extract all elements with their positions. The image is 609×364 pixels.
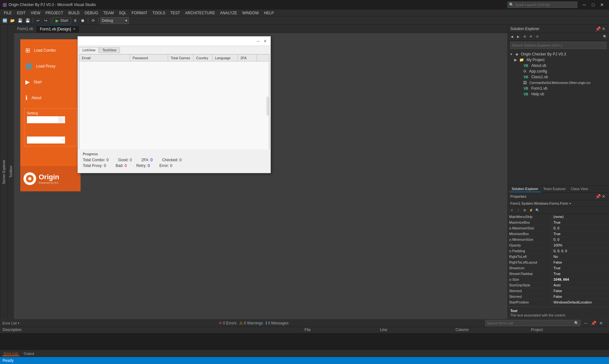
- pause-btn[interactable]: ⏸: [72, 17, 79, 24]
- menu-edit[interactable]: EDIT: [14, 10, 28, 16]
- sol-tool-refresh[interactable]: ⟳: [534, 34, 540, 40]
- setting-value-input[interactable]: 50: [27, 118, 59, 122]
- close-button[interactable]: ✕: [598, 2, 606, 8]
- tree-item-class1vb[interactable]: VB Class1.vb: [515, 74, 609, 80]
- menu-test[interactable]: TEST: [168, 10, 183, 16]
- menu-format[interactable]: FORMAT: [129, 10, 150, 16]
- prop-row-skinned2[interactable]: Skinned False: [508, 294, 609, 299]
- debug-config-dropdown[interactable]: Debug ▾: [100, 17, 129, 24]
- tab-listview[interactable]: ListView: [79, 47, 99, 53]
- menu-build[interactable]: BUILD: [66, 10, 82, 16]
- prop-row-showintaskbar[interactable]: ShowInTaskbar True: [508, 271, 609, 277]
- tab-close-icon[interactable]: ✕: [73, 27, 75, 31]
- menu-view[interactable]: VIEW: [28, 10, 43, 16]
- panel-pin-btn[interactable]: 📌: [591, 320, 596, 326]
- prop-categorized-btn[interactable]: ≡: [509, 208, 515, 213]
- menu-tools[interactable]: TOOLS: [150, 10, 168, 16]
- tree-item-ico[interactable]: 🖼 Corrmanthe3rd-Metronome-Other-origin.i…: [515, 80, 609, 86]
- prop-row-maximumsize[interactable]: ⊞MaximumSize 0, 0: [508, 225, 609, 231]
- tab-class-view[interactable]: Class View: [568, 186, 591, 192]
- prop-object-dropdown-icon[interactable]: ▾: [569, 202, 571, 205]
- prop-row-righttoleft[interactable]: RightToLeft No: [508, 254, 609, 259]
- sol-tool-show-all[interactable]: 👁: [528, 34, 534, 40]
- error-search-input[interactable]: [487, 321, 574, 325]
- footer-tab-output[interactable]: Output: [23, 352, 36, 356]
- tree-root[interactable]: ▾ ◈ Origin Checker By PJ V0.3: [508, 51, 609, 57]
- sidebar-item-about[interactable]: ℹ About: [20, 90, 81, 106]
- server-explorer-label[interactable]: Server Explorer: [2, 157, 6, 186]
- prop-row-opacity[interactable]: Opacity 100%: [508, 242, 609, 248]
- quick-launch-search[interactable]: 🔍: [508, 2, 577, 8]
- prop-row-mainmenustrip[interactable]: MainMenuStrip (none): [508, 214, 609, 220]
- solution-search-box[interactable]: [510, 42, 606, 49]
- open-btn[interactable]: 📂: [9, 17, 16, 24]
- setting-combo[interactable]: ▾: [27, 137, 65, 144]
- prop-alphabetical-btn[interactable]: ↕: [515, 208, 521, 213]
- solution-search-input[interactable]: [511, 43, 606, 47]
- form-minimize-button[interactable]: ─: [255, 38, 262, 45]
- panel-close-btn[interactable]: ✕: [598, 320, 604, 326]
- tree-item-form1vb[interactable]: VB Form1.vb: [515, 86, 609, 91]
- prop-row-righttoleftlayout[interactable]: RightToLeftLayout False: [508, 259, 609, 265]
- message-count[interactable]: ℹ 0 Messages: [265, 321, 289, 325]
- scrollbar[interactable]: [266, 97, 269, 116]
- prop-row-size[interactable]: ⊞Size 1049, 664: [508, 277, 609, 282]
- menu-help[interactable]: HELP: [261, 10, 276, 16]
- tab-form1vb-design[interactable]: Form1.vb [Design] ✕: [37, 25, 79, 33]
- sidebar-item-load-combo[interactable]: ⊞ Load Combo: [20, 42, 81, 58]
- property-object-selector[interactable]: Form1 System.Windows.Forms.Form ▾: [508, 200, 609, 207]
- tab-form1vb[interactable]: Form1.vb: [14, 25, 37, 33]
- tab-team-explorer[interactable]: Team Explorer: [541, 186, 568, 192]
- prop-row-skinned1[interactable]: Skinned False: [508, 288, 609, 294]
- menu-sql[interactable]: SQL: [116, 10, 129, 16]
- sidebar-item-start[interactable]: ▶ Start: [20, 74, 81, 90]
- prop-row-padding[interactable]: ⊞Padding 0, 0, 0, 0: [508, 248, 609, 254]
- prop-row-showicon[interactable]: ShowIcon True: [508, 265, 609, 271]
- tab-textview[interactable]: TextView: [99, 47, 120, 53]
- toolbox-label[interactable]: Toolbox: [9, 163, 13, 181]
- menu-analyze[interactable]: ANALYZE: [218, 10, 240, 16]
- toolbox-panel[interactable]: Toolbox: [7, 25, 14, 319]
- menu-architecture[interactable]: ARCHITECTURE: [183, 10, 218, 16]
- redo-btn[interactable]: ↪: [42, 17, 49, 24]
- tree-item-appconfig[interactable]: ⚙ App.config: [515, 68, 609, 74]
- warning-count[interactable]: ⚠ 0 Warnings: [239, 321, 263, 325]
- quick-launch-input[interactable]: [515, 3, 572, 7]
- footer-tab-error-list[interactable]: Error List: [3, 352, 19, 356]
- tree-item-helpvb[interactable]: VB Help.vb: [515, 91, 609, 97]
- undo-btn[interactable]: ↩: [35, 17, 42, 24]
- tree-item-aboutvb[interactable]: VB About.vb: [515, 63, 609, 68]
- error-list-dropdown-btn[interactable]: Error List ▾: [3, 321, 19, 325]
- new-project-btn[interactable]: 🆕: [1, 17, 8, 24]
- save-btn[interactable]: 💾: [16, 17, 23, 24]
- sidebar-item-load-proxy[interactable]: 🌐 Load Proxy: [20, 58, 81, 74]
- tree-item-myproject[interactable]: ▶ 📁 My Project: [512, 57, 609, 63]
- maximize-button[interactable]: □: [589, 2, 598, 8]
- sol-close-btn[interactable]: ✕: [601, 26, 606, 32]
- menu-team[interactable]: TEAM: [101, 10, 116, 16]
- sol-pin-btn[interactable]: 📌: [595, 26, 601, 32]
- sol-tool-back[interactable]: ◀: [509, 34, 515, 40]
- prop-row-minimumsize[interactable]: ⊞MinimumSize 0, 0: [508, 237, 609, 242]
- panel-collapse-btn[interactable]: ─: [583, 320, 589, 326]
- prop-row-maximizebox[interactable]: MaximizeBox True: [508, 220, 609, 225]
- stop-btn[interactable]: ⏹: [79, 17, 86, 24]
- prop-events-btn[interactable]: ⚡: [528, 208, 534, 213]
- save-all-btn[interactable]: 💾: [24, 17, 31, 24]
- prop-row-startposition[interactable]: StartPosition WindowsDefaultLocation: [508, 299, 609, 305]
- sol-tool-forward[interactable]: ▶: [515, 34, 521, 40]
- prop-pin-btn[interactable]: 📌: [595, 194, 601, 199]
- server-explorer-panel[interactable]: Server Explorer: [0, 25, 7, 319]
- step-over-btn[interactable]: ⟳: [90, 17, 97, 24]
- menu-project[interactable]: PROJECT: [43, 10, 66, 16]
- spinner-up-down-btn[interactable]: ▲ ▼: [59, 116, 64, 123]
- menu-file[interactable]: FILE: [1, 10, 14, 16]
- minimize-button[interactable]: ─: [580, 2, 589, 8]
- menu-debug[interactable]: DEBUG: [82, 10, 101, 16]
- prop-row-minimizebox[interactable]: MinimizeBox True: [508, 231, 609, 237]
- prop-row-sizegripstyle[interactable]: SizeGripStyle Auto: [508, 282, 609, 288]
- prop-properties-btn[interactable]: ⊞: [522, 208, 527, 213]
- start-button[interactable]: ▶ Start: [53, 17, 71, 24]
- prop-search-btn[interactable]: 🔍: [534, 208, 540, 213]
- menu-window[interactable]: WINDOW: [240, 10, 262, 16]
